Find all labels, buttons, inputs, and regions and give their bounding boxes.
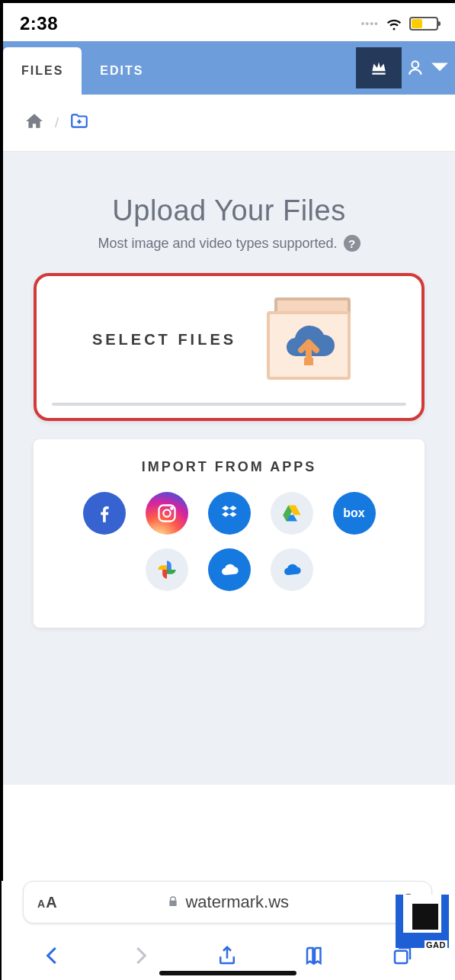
main-tabbar: FILES EDITS — [3, 41, 455, 95]
import-apps-card: IMPORT FROM APPS box — [34, 439, 425, 628]
onedrive-alt-icon[interactable] — [271, 548, 313, 591]
new-folder-icon[interactable] — [69, 111, 89, 134]
tab-edits[interactable]: EDITS — [82, 47, 162, 95]
upload-subtitle-text: Most image and video types supported. — [98, 236, 337, 252]
card-divider — [52, 403, 406, 406]
upload-subtitle: Most image and video types supported. ? — [34, 235, 425, 252]
bookmarks-button[interactable] — [298, 939, 332, 972]
select-files-label: SELECT FILES — [92, 331, 236, 349]
breadcrumb: / — [3, 95, 455, 152]
breadcrumb-separator: / — [55, 115, 59, 131]
google-drive-icon[interactable] — [271, 492, 313, 535]
dropbox-icon[interactable] — [208, 492, 251, 535]
status-indicators: •••• — [360, 14, 438, 33]
user-icon — [407, 58, 427, 78]
url-bar[interactable]: AA watermark.ws — [23, 881, 432, 924]
facebook-icon[interactable] — [83, 492, 126, 535]
upload-title: Upload Your Files — [34, 194, 425, 227]
instagram-icon[interactable] — [146, 492, 188, 535]
status-bar: 2:38 •••• — [3, 3, 455, 41]
wifi-icon — [385, 14, 403, 33]
watermark-logo: GAD — [380, 879, 449, 948]
home-indicator[interactable] — [159, 971, 296, 975]
browser-chrome: AA watermark.ws GAD — [2, 881, 453, 980]
back-button[interactable] — [36, 939, 69, 972]
help-icon[interactable]: ? — [344, 235, 360, 252]
svg-rect-4 — [395, 951, 407, 963]
chevron-down-icon — [430, 58, 450, 78]
select-files-button[interactable]: SELECT FILES — [52, 297, 406, 381]
box-label: box — [343, 506, 364, 520]
url-display[interactable]: watermark.ws — [65, 892, 392, 912]
content-area: Upload Your Files Most image and video t… — [3, 152, 455, 785]
box-icon[interactable]: box — [333, 492, 376, 535]
user-menu[interactable] — [402, 41, 455, 95]
select-files-card: SELECT FILES — [34, 273, 425, 421]
svg-point-2 — [163, 509, 170, 516]
crown-icon — [369, 58, 389, 78]
premium-button[interactable] — [356, 47, 402, 88]
lock-icon — [167, 892, 179, 912]
svg-point-0 — [412, 61, 419, 68]
forward-button[interactable] — [123, 939, 157, 972]
watermark-tag: GAD — [425, 940, 447, 949]
google-photos-icon[interactable] — [146, 548, 188, 591]
battery-icon — [409, 17, 438, 31]
url-text: watermark.ws — [185, 892, 289, 912]
apps-row-2 — [49, 548, 409, 591]
svg-point-3 — [171, 507, 172, 509]
tab-files[interactable]: FILES — [3, 47, 82, 95]
home-icon[interactable] — [24, 111, 44, 134]
import-apps-title: IMPORT FROM APPS — [49, 459, 409, 475]
upload-illustration-icon — [267, 297, 366, 381]
signal-dots-icon: •••• — [360, 18, 379, 30]
apps-row-1: box — [49, 492, 409, 535]
share-button[interactable] — [210, 939, 244, 972]
status-time: 2:38 — [20, 13, 58, 34]
text-size-button[interactable]: AA — [37, 894, 57, 911]
onedrive-icon[interactable] — [208, 548, 251, 591]
